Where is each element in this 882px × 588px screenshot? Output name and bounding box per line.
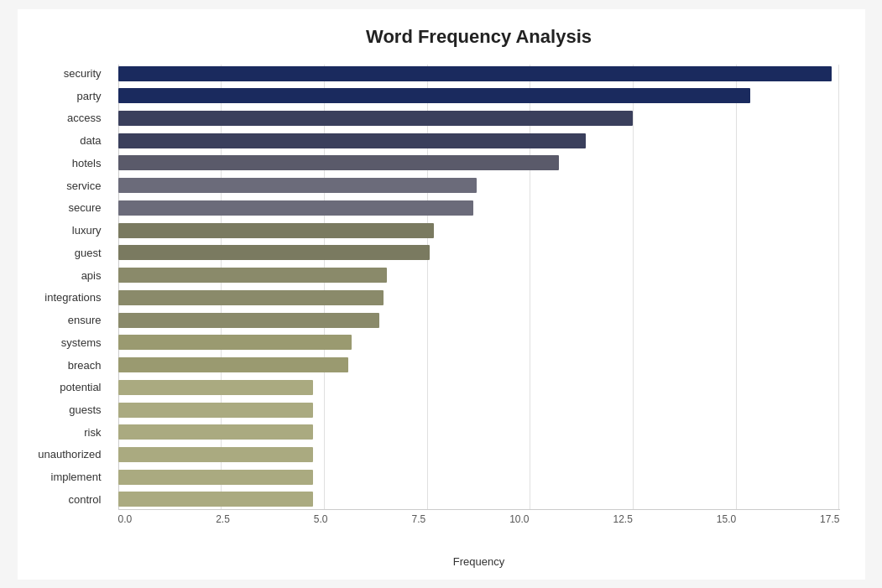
chart-area: securitypartyaccessdatahotelsservicesecu…	[118, 65, 840, 534]
bar-label: data	[18, 134, 110, 147]
bar-row: ensure	[118, 311, 840, 330]
x-tick: 10.0	[509, 513, 529, 525]
bar-label: guest	[18, 247, 110, 259]
bar-fill	[118, 178, 478, 193]
chart-container: Word Frequency Analysis securitypartyacc…	[18, 9, 865, 580]
bar-label: unauthorized	[18, 448, 110, 461]
x-tick: 5.0	[314, 513, 328, 525]
bar-row: party	[118, 86, 840, 105]
bar-row: integrations	[118, 289, 840, 307]
bar-row: risk	[118, 423, 840, 441]
x-tick: 12.5	[613, 513, 632, 525]
bar-fill	[118, 245, 431, 260]
bar-row: security	[118, 65, 840, 83]
bar-label: guests	[18, 403, 110, 416]
bar-row: systems	[118, 333, 840, 351]
bar-label: control	[18, 493, 110, 506]
x-tick: 2.5	[216, 513, 230, 525]
bar-fill	[118, 492, 313, 507]
bar-row: luxury	[118, 221, 840, 240]
bar-fill	[118, 470, 313, 485]
bar-fill	[118, 268, 388, 283]
bar-fill	[118, 290, 384, 305]
bar-fill	[118, 133, 587, 148]
bar-fill	[118, 111, 634, 126]
bars-wrapper: securitypartyaccessdatahotelsservicesecu…	[118, 65, 840, 509]
bar-fill	[118, 223, 435, 238]
bar-fill	[118, 313, 379, 328]
bar-row: access	[118, 109, 840, 127]
bar-label: ensure	[18, 314, 110, 326]
bar-fill	[118, 403, 313, 418]
x-tick: 15.0	[717, 513, 736, 525]
bar-row: apis	[118, 266, 840, 284]
bar-row: guest	[118, 243, 840, 262]
bar-row: hotels	[118, 154, 840, 172]
bar-label: service	[18, 180, 110, 192]
bar-row: service	[118, 176, 840, 195]
bar-label: breach	[18, 359, 110, 372]
x-ticks: 0.02.55.07.510.012.515.017.5	[118, 509, 840, 525]
bar-fill	[118, 380, 313, 395]
bar-fill	[118, 200, 473, 216]
x-tick: 7.5	[411, 513, 425, 525]
bar-row: data	[118, 132, 840, 150]
x-axis-label: Frequency	[118, 555, 840, 568]
bar-row: breach	[118, 356, 840, 374]
bar-fill	[118, 357, 348, 372]
x-axis: 0.02.55.07.510.012.515.017.5	[118, 509, 840, 534]
bar-label: implement	[18, 471, 110, 483]
bar-row: potential	[118, 378, 840, 397]
bar-row: implement	[118, 468, 840, 487]
bar-label: secure	[18, 201, 110, 214]
bar-fill	[118, 155, 559, 170]
bar-label: hotels	[18, 157, 110, 169]
bar-label: luxury	[18, 224, 110, 237]
bar-row: unauthorized	[118, 445, 840, 464]
bar-fill	[118, 424, 313, 440]
bar-label: integrations	[18, 291, 110, 304]
bar-label: party	[18, 90, 110, 102]
bar-label: security	[18, 67, 110, 80]
bar-fill	[118, 88, 750, 103]
bar-row: secure	[118, 199, 840, 217]
bar-row: control	[118, 490, 840, 508]
bar-fill	[118, 335, 352, 350]
bar-label: systems	[18, 336, 110, 349]
x-tick: 0.0	[118, 513, 133, 525]
x-tick: 17.5	[820, 513, 839, 525]
bar-label: potential	[18, 381, 110, 393]
chart-title: Word Frequency Analysis	[118, 26, 840, 48]
bar-fill	[118, 66, 832, 81]
bar-label: risk	[18, 426, 110, 439]
bar-label: apis	[18, 269, 110, 282]
bar-row: guests	[118, 401, 840, 419]
bar-fill	[118, 447, 313, 462]
bar-label: access	[18, 112, 110, 124]
